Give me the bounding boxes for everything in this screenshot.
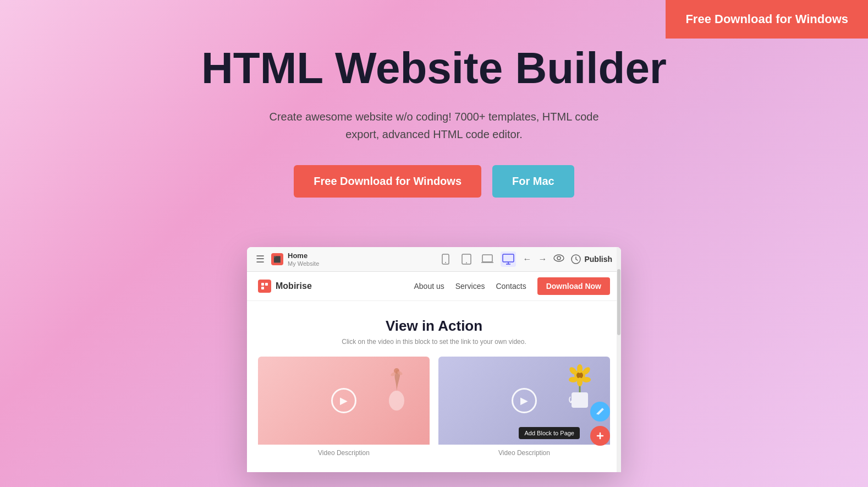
svg-point-20 (577, 364, 583, 373)
scrollbar-thumb (617, 269, 620, 335)
app-content: View in Action Click on the video in thi… (247, 301, 621, 472)
svg-point-1 (445, 262, 446, 263)
top-download-button[interactable]: Free Download for Windows (666, 0, 868, 39)
top-cta-area: Free Download for Windows (666, 0, 868, 39)
svg-rect-9 (261, 283, 264, 286)
hero-buttons: Free Download for Windows For Mac (11, 165, 857, 198)
edit-floating-button[interactable] (590, 402, 610, 422)
publish-label: Publish (584, 255, 612, 264)
svg-point-22 (582, 377, 591, 382)
toolbar-device-icons (438, 251, 516, 267)
svg-point-24 (569, 377, 578, 382)
video-card-1: ▶ Video Description (258, 357, 430, 461)
toolbar-page-info: ⬛ Home My Website (271, 251, 431, 267)
svg-rect-16 (572, 392, 588, 408)
nav-download-button[interactable]: Download Now (537, 277, 610, 295)
publish-button[interactable]: Publish (571, 254, 612, 264)
svg-point-7 (557, 256, 561, 260)
nav-services[interactable]: Services (455, 282, 485, 291)
add-block-area: Add Block to Page (590, 426, 610, 446)
nav-contacts[interactable]: Contacts (496, 282, 526, 291)
redo-icon[interactable]: → (538, 254, 547, 264)
play-button-2[interactable]: ▶ (512, 388, 537, 413)
logo-icon (258, 280, 271, 293)
download-mac-button[interactable]: For Mac (492, 165, 574, 198)
svg-rect-5 (503, 254, 514, 262)
section-title: View in Action (258, 318, 610, 335)
toolbar-actions: ← → Publish (523, 254, 612, 264)
add-block-tooltip: Add Block to Page (519, 427, 580, 439)
mockup-wrapper: ☰ ⬛ Home My Website (0, 247, 868, 472)
page-icon: ⬛ (271, 253, 283, 265)
section-subtitle: Click on the video in this block to set … (258, 338, 610, 346)
svg-rect-10 (265, 283, 268, 286)
hero-subtitle: Create awesome website w/o coding! 7000+… (252, 108, 616, 143)
scrollbar[interactable] (617, 247, 621, 472)
svg-point-12 (389, 391, 404, 411)
play-button-1[interactable]: ▶ (331, 388, 356, 413)
svg-point-23 (577, 377, 583, 386)
page-icon-symbol: ⬛ (273, 256, 281, 263)
video-thumb-1[interactable]: ▶ (258, 357, 430, 445)
hero-title: HTML Website Builder (11, 44, 857, 92)
video-desc-2: Video Description (438, 445, 610, 461)
svg-rect-11 (261, 287, 264, 289)
toolbar-page-sub: My Website (288, 260, 319, 267)
nav-about[interactable]: About us (414, 282, 444, 291)
video-card-2: ▶ Video Description (438, 357, 610, 461)
menu-icon[interactable]: ☰ (256, 253, 265, 265)
desktop-device-icon[interactable] (501, 251, 516, 267)
tablet-device-icon[interactable] (459, 251, 474, 267)
app-logo: Mobirise (258, 280, 312, 293)
app-toolbar: ☰ ⬛ Home My Website (247, 247, 621, 272)
svg-rect-4 (482, 255, 492, 262)
floating-actions: Add Block to Page (590, 402, 610, 446)
toolbar-page-name: Home (288, 251, 319, 260)
page-name-area: Home My Website (288, 251, 319, 267)
app-nav: Mobirise About us Services Contacts Down… (247, 272, 621, 301)
svg-point-3 (466, 262, 467, 264)
download-windows-button[interactable]: Free Download for Windows (294, 165, 481, 198)
video-desc-1: Video Description (258, 445, 430, 461)
video-grid: ▶ Video Description (258, 357, 610, 461)
mobile-device-icon[interactable] (438, 251, 453, 267)
app-mockup: ☰ ⬛ Home My Website (247, 247, 621, 472)
logo-text: Mobirise (276, 281, 312, 291)
svg-point-6 (554, 255, 564, 261)
laptop-device-icon[interactable] (480, 251, 495, 267)
undo-icon[interactable]: ← (523, 254, 531, 264)
preview-icon[interactable] (553, 254, 564, 264)
add-block-button[interactable] (590, 426, 610, 446)
